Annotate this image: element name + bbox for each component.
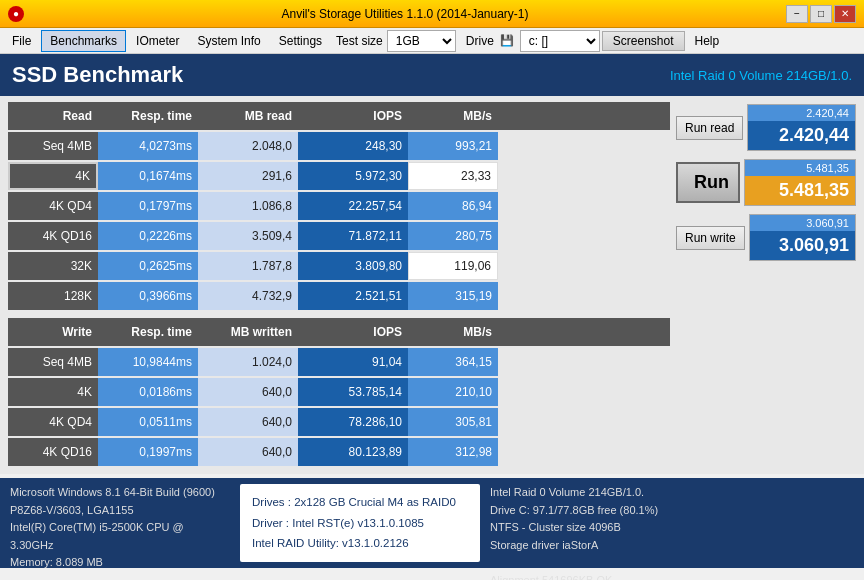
table-row: 32K 0,2625ms 1.787,8 3.809,80 119,06 [8, 252, 670, 280]
test-size-group: Test size 1GB 512MB 256MB [336, 30, 456, 52]
status-volume: Intel Raid 0 Volume 214GB/1.0. [490, 484, 854, 502]
drive-label: Drive [466, 34, 494, 48]
cell-mb: 1.024,0 [198, 348, 298, 376]
status-cpu: Intel(R) Core(TM) i5-2500K CPU @ 3.30GHz [10, 519, 230, 554]
cell-mb: 640,0 [198, 408, 298, 436]
cell-iops: 5.972,30 [298, 162, 408, 190]
cell-mb: 2.048,0 [198, 132, 298, 160]
status-memory: Memory: 8.089 MB [10, 554, 230, 572]
cell-iops: 80.123,89 [298, 438, 408, 466]
cell-iops: 22.257,54 [298, 192, 408, 220]
cell-mb: 1.086,8 [198, 192, 298, 220]
col-read: Read [8, 102, 98, 130]
cell-iops: 3.809,80 [298, 252, 408, 280]
cell-mbs: 86,94 [408, 192, 498, 220]
app-icon: ● [8, 6, 24, 22]
table-row: 4K QD16 0,1997ms 640,0 80.123,89 312,98 [8, 438, 670, 466]
read-score-top: 2.420,44 [748, 105, 855, 121]
table-row: 4K 0,0186ms 640,0 53.785,14 210,10 [8, 378, 670, 406]
status-os: Microsoft Windows 8.1 64-Bit Build (9600… [10, 484, 230, 502]
status-middle: Drives : 2x128 GB Crucial M4 as RAID0 Dr… [240, 484, 480, 562]
table-row: 128K 0,3966ms 4.732,9 2.521,51 315,19 [8, 282, 670, 310]
run-button[interactable]: Run [676, 162, 740, 203]
write-score-top: 3.060,91 [750, 215, 855, 231]
cell-iops: 248,30 [298, 132, 408, 160]
table-row: 4K QD16 0,2226ms 3.509,4 71.872,11 280,7… [8, 222, 670, 250]
cell-mb: 3.509,4 [198, 222, 298, 250]
cell-mbs: 23,33 [408, 162, 498, 190]
read-table: Read Resp. time MB read IOPS MB/s Seq 4M… [8, 102, 670, 310]
screenshot-button[interactable]: Screenshot [602, 31, 685, 51]
total-score-top: 5.481,35 [745, 160, 855, 176]
drive-select[interactable]: c: [] [520, 30, 600, 52]
menu-settings[interactable]: Settings [271, 30, 330, 52]
run-read-button[interactable]: Run read [676, 116, 743, 140]
write-score-box: 3.060,91 3.060,91 [749, 214, 856, 261]
restore-button[interactable]: □ [810, 5, 832, 23]
cell-mbs: 993,21 [408, 132, 498, 160]
status-left: Microsoft Windows 8.1 64-Bit Build (9600… [10, 484, 230, 562]
ssd-title: SSD Benchmark [12, 62, 183, 88]
score-panel: Run read 2.420,44 2.420,44 Run 5.481,35 … [676, 102, 856, 468]
row-label-4kqd4-write: 4K QD4 [8, 408, 98, 436]
read-header-row: Read Resp. time MB read IOPS MB/s [8, 102, 670, 130]
cell-iops: 53.785,14 [298, 378, 408, 406]
cell-resp: 0,1674ms [98, 162, 198, 190]
read-score-group: Run read 2.420,44 2.420,44 [676, 104, 856, 151]
total-score-group: Run 5.481,35 5.481,35 [676, 159, 856, 206]
col-mbs-read: MB/s [408, 102, 498, 130]
menu-file[interactable]: File [4, 30, 39, 52]
row-label-4kqd4-read: 4K QD4 [8, 192, 98, 220]
status-driver: Driver : Intel RST(e) v13.1.0.1085 [252, 513, 468, 534]
read-score-box: 2.420,44 2.420,44 [747, 104, 856, 151]
menu-bar: File Benchmarks IOmeter System Info Sett… [0, 28, 864, 54]
cell-resp: 0,1997ms [98, 438, 198, 466]
test-size-select[interactable]: 1GB 512MB 256MB [387, 30, 456, 52]
cell-mb: 1.787,8 [198, 252, 298, 280]
cell-iops: 78.286,10 [298, 408, 408, 436]
row-label-32k-read: 32K [8, 252, 98, 280]
table-row: 4K QD4 0,1797ms 1.086,8 22.257,54 86,94 [8, 192, 670, 220]
menu-iometer[interactable]: IOmeter [128, 30, 187, 52]
professional-edition-label: Professional Edition [10, 576, 230, 580]
total-score-main: 5.481,35 [745, 176, 855, 205]
status-right: Intel Raid 0 Volume 214GB/1.0. Drive C: … [490, 484, 854, 562]
cell-resp: 0,0186ms [98, 378, 198, 406]
status-storage: Storage driver iaStorA [490, 537, 854, 555]
cell-iops: 71.872,11 [298, 222, 408, 250]
table-row: Seq 4MB 10,9844ms 1.024,0 91,04 364,15 [8, 348, 670, 376]
minimize-button[interactable]: − [786, 5, 808, 23]
col-mb-write: MB written [198, 318, 298, 346]
row-label-128k-read: 128K [8, 282, 98, 310]
row-label-seq4mb-read: Seq 4MB [8, 132, 98, 160]
row-label-4k-write: 4K [8, 378, 98, 406]
table-row: 4K 0,1674ms 291,6 5.972,30 23,33 [8, 162, 670, 190]
cell-iops: 91,04 [298, 348, 408, 376]
drive-group: Drive 💾 c: [] [466, 30, 600, 52]
col-iops-read: IOPS [298, 102, 408, 130]
title-bar: ● Anvil's Storage Utilities 1.1.0 (2014-… [0, 0, 864, 28]
total-score-box: 5.481,35 5.481,35 [744, 159, 856, 206]
col-mb-read: MB read [198, 102, 298, 130]
cell-iops: 2.521,51 [298, 282, 408, 310]
cell-resp: 0,1797ms [98, 192, 198, 220]
menu-help[interactable]: Help [687, 30, 728, 52]
menu-system-info[interactable]: System Info [189, 30, 268, 52]
cell-resp: 0,2226ms [98, 222, 198, 250]
row-label-4k-read: 4K [8, 162, 98, 190]
col-resp-write: Resp. time [98, 318, 198, 346]
cell-mbs: 312,98 [408, 438, 498, 466]
cell-mbs: 364,15 [408, 348, 498, 376]
row-label-4kqd16-read: 4K QD16 [8, 222, 98, 250]
table-row: 4K QD4 0,0511ms 640,0 78.286,10 305,81 [8, 408, 670, 436]
run-write-button[interactable]: Run write [676, 226, 745, 250]
cell-mbs: 315,19 [408, 282, 498, 310]
cell-mbs: 305,81 [408, 408, 498, 436]
status-drives: Drives : 2x128 GB Crucial M4 as RAID0 [252, 492, 468, 513]
cell-mbs: 119,06 [408, 252, 498, 280]
cell-mbs: 280,75 [408, 222, 498, 250]
cell-mbs: 210,10 [408, 378, 498, 406]
close-button[interactable]: ✕ [834, 5, 856, 23]
menu-benchmarks[interactable]: Benchmarks [41, 30, 126, 52]
window-title: Anvil's Storage Utilities 1.1.0 (2014-Ja… [281, 7, 528, 21]
